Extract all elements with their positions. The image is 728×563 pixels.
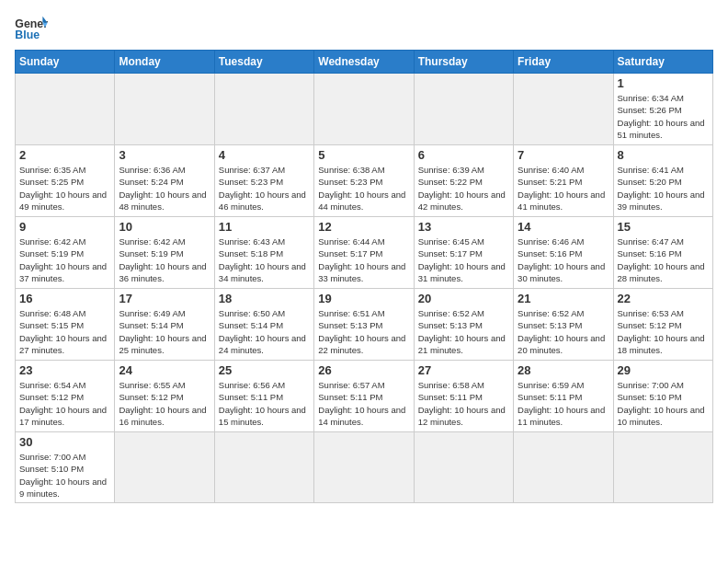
day-info: Sunrise: 6:37 AM Sunset: 5:23 PM Dayligh… (219, 164, 310, 213)
calendar-cell: 5Sunrise: 6:38 AM Sunset: 5:23 PM Daylig… (314, 145, 414, 217)
calendar-cell: 4Sunrise: 6:37 AM Sunset: 5:23 PM Daylig… (214, 145, 313, 217)
day-info: Sunrise: 6:35 AM Sunset: 5:25 PM Dayligh… (19, 164, 110, 213)
calendar-cell: 24Sunrise: 6:55 AM Sunset: 5:12 PM Dayli… (115, 361, 214, 432)
day-info: Sunrise: 6:34 AM Sunset: 5:26 PM Dayligh… (618, 92, 709, 141)
day-number: 21 (518, 292, 609, 305)
day-number: 4 (219, 148, 310, 162)
calendar-cell: 12Sunrise: 6:44 AM Sunset: 5:17 PM Dayli… (314, 217, 414, 289)
day-info: Sunrise: 6:55 AM Sunset: 5:12 PM Dayligh… (119, 379, 210, 428)
day-info: Sunrise: 6:40 AM Sunset: 5:21 PM Dayligh… (518, 164, 609, 213)
calendar-cell: 6Sunrise: 6:39 AM Sunset: 5:22 PM Daylig… (414, 145, 513, 217)
day-number: 6 (418, 148, 509, 162)
day-number: 20 (418, 292, 509, 305)
calendar-cell (514, 74, 613, 145)
logo-icon: General Blue (15, 15, 48, 42)
calendar-cell: 27Sunrise: 6:58 AM Sunset: 5:11 PM Dayli… (414, 361, 513, 432)
day-info: Sunrise: 6:57 AM Sunset: 5:11 PM Dayligh… (318, 379, 409, 428)
calendar-cell: 8Sunrise: 6:41 AM Sunset: 5:20 PM Daylig… (613, 145, 712, 217)
day-number: 1 (618, 76, 709, 90)
calendar-cell: 28Sunrise: 6:59 AM Sunset: 5:11 PM Dayli… (514, 361, 613, 432)
day-info: Sunrise: 6:54 AM Sunset: 5:12 PM Dayligh… (19, 379, 110, 428)
calendar-cell: 11Sunrise: 6:43 AM Sunset: 5:18 PM Dayli… (214, 217, 313, 289)
day-info: Sunrise: 6:59 AM Sunset: 5:11 PM Dayligh… (518, 379, 609, 428)
day-number: 17 (119, 292, 210, 305)
logo: General Blue (15, 15, 48, 42)
weekday-header: Thursday (414, 51, 513, 74)
day-number: 9 (19, 220, 110, 234)
day-number: 13 (418, 220, 509, 234)
calendar-cell (115, 74, 214, 145)
calendar-cell: 10Sunrise: 6:42 AM Sunset: 5:19 PM Dayli… (115, 217, 214, 289)
calendar-cell (214, 432, 313, 503)
day-info: Sunrise: 7:00 AM Sunset: 5:10 PM Dayligh… (19, 451, 110, 500)
calendar-cell: 15Sunrise: 6:47 AM Sunset: 5:16 PM Dayli… (613, 217, 712, 289)
day-number: 10 (119, 220, 210, 234)
calendar-cell: 30Sunrise: 7:00 AM Sunset: 5:10 PM Dayli… (16, 432, 115, 503)
day-number: 2 (19, 148, 110, 162)
day-number: 23 (19, 363, 110, 377)
day-info: Sunrise: 6:53 AM Sunset: 5:12 PM Dayligh… (618, 307, 709, 356)
day-number: 28 (518, 363, 609, 377)
calendar-cell: 22Sunrise: 6:53 AM Sunset: 5:12 PM Dayli… (613, 289, 712, 361)
day-number: 11 (219, 220, 310, 234)
calendar-cell: 25Sunrise: 6:56 AM Sunset: 5:11 PM Dayli… (214, 361, 313, 432)
weekday-header: Sunday (16, 51, 115, 74)
day-number: 25 (219, 363, 310, 377)
day-info: Sunrise: 6:50 AM Sunset: 5:14 PM Dayligh… (219, 307, 310, 356)
day-info: Sunrise: 6:42 AM Sunset: 5:19 PM Dayligh… (119, 236, 210, 284)
calendar-cell: 21Sunrise: 6:52 AM Sunset: 5:13 PM Dayli… (514, 289, 613, 361)
day-info: Sunrise: 6:39 AM Sunset: 5:22 PM Dayligh… (418, 164, 509, 213)
calendar-cell: 3Sunrise: 6:36 AM Sunset: 5:24 PM Daylig… (115, 145, 214, 217)
day-info: Sunrise: 6:43 AM Sunset: 5:18 PM Dayligh… (219, 236, 310, 284)
weekday-header: Tuesday (214, 51, 313, 74)
day-info: Sunrise: 6:51 AM Sunset: 5:13 PM Dayligh… (318, 307, 409, 356)
day-info: Sunrise: 7:00 AM Sunset: 5:10 PM Dayligh… (618, 379, 709, 428)
day-info: Sunrise: 6:48 AM Sunset: 5:15 PM Dayligh… (19, 307, 110, 356)
day-number: 19 (318, 292, 409, 305)
day-info: Sunrise: 6:49 AM Sunset: 5:14 PM Dayligh… (119, 307, 210, 356)
day-number: 12 (318, 220, 409, 234)
header: General Blue (15, 15, 713, 42)
day-number: 18 (219, 292, 310, 305)
calendar-cell: 13Sunrise: 6:45 AM Sunset: 5:17 PM Dayli… (414, 217, 513, 289)
day-info: Sunrise: 6:47 AM Sunset: 5:16 PM Dayligh… (618, 236, 709, 284)
calendar-cell (514, 432, 613, 503)
calendar-cell: 19Sunrise: 6:51 AM Sunset: 5:13 PM Dayli… (314, 289, 414, 361)
calendar-cell: 29Sunrise: 7:00 AM Sunset: 5:10 PM Dayli… (613, 361, 712, 432)
day-number: 8 (618, 148, 709, 162)
day-info: Sunrise: 6:52 AM Sunset: 5:13 PM Dayligh… (518, 307, 609, 356)
day-number: 7 (518, 148, 609, 162)
calendar-page: General Blue SundayMondayTuesdayWednesda… (0, 0, 728, 563)
day-info: Sunrise: 6:58 AM Sunset: 5:11 PM Dayligh… (418, 379, 509, 428)
weekday-header: Wednesday (314, 51, 414, 74)
day-info: Sunrise: 6:46 AM Sunset: 5:16 PM Dayligh… (518, 236, 609, 284)
day-number: 29 (618, 363, 709, 377)
day-info: Sunrise: 6:42 AM Sunset: 5:19 PM Dayligh… (19, 236, 110, 284)
calendar-cell: 18Sunrise: 6:50 AM Sunset: 5:14 PM Dayli… (214, 289, 313, 361)
calendar-cell: 26Sunrise: 6:57 AM Sunset: 5:11 PM Dayli… (314, 361, 414, 432)
day-info: Sunrise: 6:41 AM Sunset: 5:20 PM Dayligh… (618, 164, 709, 213)
calendar-cell (613, 432, 712, 503)
weekday-header: Saturday (613, 51, 712, 74)
calendar-cell: 2Sunrise: 6:35 AM Sunset: 5:25 PM Daylig… (16, 145, 115, 217)
calendar-cell: 1Sunrise: 6:34 AM Sunset: 5:26 PM Daylig… (613, 74, 712, 145)
calendar-cell (414, 432, 513, 503)
calendar-cell (314, 74, 414, 145)
day-number: 16 (19, 292, 110, 305)
day-number: 14 (518, 220, 609, 234)
calendar-cell: 20Sunrise: 6:52 AM Sunset: 5:13 PM Dayli… (414, 289, 513, 361)
day-info: Sunrise: 6:38 AM Sunset: 5:23 PM Dayligh… (318, 164, 409, 213)
day-number: 15 (618, 220, 709, 234)
calendar-cell: 7Sunrise: 6:40 AM Sunset: 5:21 PM Daylig… (514, 145, 613, 217)
day-info: Sunrise: 6:56 AM Sunset: 5:11 PM Dayligh… (219, 379, 310, 428)
calendar-cell: 14Sunrise: 6:46 AM Sunset: 5:16 PM Dayli… (514, 217, 613, 289)
day-number: 5 (318, 148, 409, 162)
calendar-cell: 16Sunrise: 6:48 AM Sunset: 5:15 PM Dayli… (16, 289, 115, 361)
calendar-cell: 9Sunrise: 6:42 AM Sunset: 5:19 PM Daylig… (16, 217, 115, 289)
svg-text:Blue: Blue (15, 29, 40, 41)
calendar-cell (16, 74, 115, 145)
day-info: Sunrise: 6:44 AM Sunset: 5:17 PM Dayligh… (318, 236, 409, 284)
day-number: 27 (418, 363, 509, 377)
day-number: 30 (19, 435, 110, 449)
day-info: Sunrise: 6:36 AM Sunset: 5:24 PM Dayligh… (119, 164, 210, 213)
